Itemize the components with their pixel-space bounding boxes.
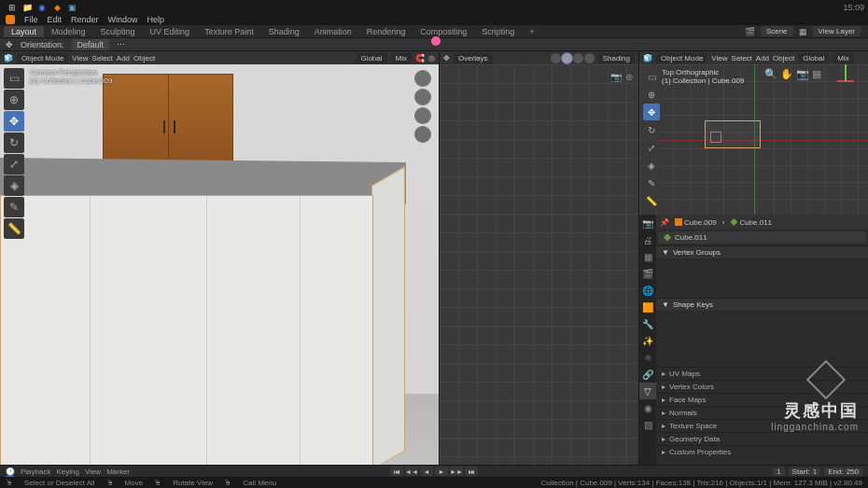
shape-keys-header[interactable]: ▼ Shape Keys <box>656 298 868 311</box>
timeline-playback[interactable]: Playback <box>21 467 50 476</box>
particles-tab-icon[interactable]: ✨ <box>639 332 656 349</box>
start-frame-field[interactable]: Start:1 <box>789 467 821 476</box>
select-tool-r[interactable]: ▭ <box>643 68 660 85</box>
viewlayer-tab-icon[interactable]: ▦ <box>639 248 656 265</box>
ortho-icon[interactable] <box>414 126 431 143</box>
render-tab-icon[interactable]: 📷 <box>639 215 656 231</box>
timeline-editor-icon[interactable]: 🕐 <box>6 467 15 476</box>
scene-field[interactable]: Scene <box>761 26 793 36</box>
scene-icon[interactable]: 🎬 <box>745 27 755 36</box>
scene-tab-icon[interactable]: 🎬 <box>639 265 656 282</box>
cursor-tool[interactable]: ⊕ <box>4 90 24 110</box>
editor-type-icon[interactable]: 🧊 <box>4 54 13 63</box>
wireframe-shading[interactable] <box>551 53 561 63</box>
axis-gizmo[interactable] <box>829 64 862 98</box>
rotate-tool[interactable]: ↻ <box>4 132 24 153</box>
physics-tab-icon[interactable]: ⚛ <box>639 349 656 366</box>
camera-view-icon[interactable]: 📷 <box>610 72 622 82</box>
tab-layout[interactable]: Layout <box>4 26 44 37</box>
geometry-data-header[interactable]: ▸ Geometry Data <box>656 432 868 445</box>
orientation-dropdown[interactable]: Default <box>72 39 110 50</box>
snap-icon[interactable]: 🧲 <box>415 54 425 63</box>
vpr-menu-view[interactable]: View <box>711 54 727 63</box>
object-tab-icon[interactable]: 🟧 <box>639 299 656 315</box>
solid-shading[interactable] <box>562 53 572 63</box>
current-frame-field[interactable]: 1 <box>773 467 784 476</box>
viewlayer-icon[interactable]: ▦ <box>799 27 807 36</box>
tab-scripting[interactable]: Scripting <box>474 26 522 37</box>
viewport-middle[interactable]: ✥ Overlays Shading 📷 ⊕ <box>439 51 638 478</box>
timeline-marker[interactable]: Marker <box>106 467 130 476</box>
chrome-icon[interactable]: ◉ <box>37 3 47 12</box>
mode-dropdown[interactable]: Object Mode <box>17 53 68 63</box>
breadcrumb-mesh[interactable]: Cube.011 <box>730 218 772 227</box>
end-frame-field[interactable]: End:250 <box>824 467 862 476</box>
select-box-tool[interactable]: ▭ <box>4 68 24 89</box>
jump-start-icon[interactable]: ⏮ <box>390 467 403 476</box>
pivot-icon[interactable]: ✥ <box>6 40 13 49</box>
menu-file[interactable]: File <box>21 15 42 24</box>
vp-menu-object[interactable]: Object <box>133 54 155 63</box>
viewport-left[interactable]: 🧊 Object Mode View Select Add Object Glo… <box>0 51 439 478</box>
vp-menu-view[interactable]: View <box>72 54 88 63</box>
camera-object-icon[interactable] <box>710 132 721 143</box>
nav-gizmo-icon[interactable]: ⊕ <box>625 72 633 82</box>
move-tool[interactable]: ✥ <box>4 111 24 132</box>
viewport-right[interactable]: 🧊 Object Mode View Select Add Object Glo… <box>639 51 868 215</box>
y-axis-icon[interactable] <box>845 64 847 81</box>
shading-dropdown[interactable]: Shading <box>598 53 635 63</box>
measure-tool-r[interactable]: 📏 <box>643 192 660 209</box>
tab-rendering[interactable]: Rendering <box>359 26 413 37</box>
zoom-icon-r[interactable]: 🔍 <box>764 68 777 80</box>
modifier-tab-icon[interactable]: 🔧 <box>639 315 656 332</box>
blender-logo-icon[interactable] <box>6 15 15 24</box>
constraint-tab-icon[interactable]: 🔗 <box>639 366 656 383</box>
material-shading[interactable] <box>573 53 583 63</box>
cursor-tool-r[interactable]: ⊕ <box>643 86 660 103</box>
vpr-menu-add[interactable]: Add <box>756 54 769 63</box>
mix-dropdown-r[interactable]: Mix <box>833 53 853 63</box>
viewlayer-field[interactable]: View Layer <box>813 26 861 36</box>
pin-icon[interactable]: 📌 <box>660 218 669 227</box>
tab-add[interactable]: + <box>522 26 541 37</box>
rotate-tool-r[interactable]: ↻ <box>643 121 660 138</box>
material-tab-icon[interactable]: ◉ <box>639 399 656 416</box>
move-tool-r[interactable]: ✥ <box>643 104 660 120</box>
annotate-tool[interactable]: ✎ <box>4 197 24 217</box>
tab-compositing[interactable]: Compositing <box>413 26 474 37</box>
rendered-shading[interactable] <box>584 53 595 63</box>
menu-window[interactable]: Window <box>105 15 142 24</box>
vpr-menu-select[interactable]: Select <box>732 54 752 63</box>
tab-texture-paint[interactable]: Texture Paint <box>197 26 261 37</box>
camera-icon-r[interactable]: 📷 <box>796 68 809 80</box>
measure-tool[interactable]: 📏 <box>4 218 24 239</box>
world-tab-icon[interactable]: 🌐 <box>639 282 656 299</box>
tab-modeling[interactable]: Modeling <box>44 26 93 37</box>
tab-uv-editing[interactable]: UV Editing <box>143 26 198 37</box>
orientation-expand-icon[interactable]: ⋯ <box>117 40 125 49</box>
snap-dropdown[interactable]: Mix <box>391 53 412 63</box>
pan-icon-r[interactable]: ✋ <box>780 68 793 80</box>
ortho-icon-r[interactable]: ▦ <box>812 68 821 80</box>
editor-type-icon[interactable]: 🧊 <box>643 54 652 63</box>
camera-icon[interactable] <box>414 107 431 124</box>
pan-icon[interactable] <box>414 89 431 105</box>
global-dropdown-r[interactable]: Global <box>798 53 829 63</box>
proportional-icon[interactable]: ◎ <box>428 54 435 63</box>
overlays-dropdown[interactable]: Overlays <box>454 53 493 63</box>
gizmo-toggle-icon[interactable]: ✥ <box>443 54 450 63</box>
play-icon[interactable]: ► <box>435 467 448 476</box>
vp-menu-select[interactable]: Select <box>92 54 113 63</box>
output-tab-icon[interactable]: 🖨 <box>639 231 656 248</box>
transform-tool[interactable]: ◈ <box>4 175 24 196</box>
play-reverse-icon[interactable]: ◄ <box>420 467 433 476</box>
vertex-groups-header[interactable]: ▼ Vertex Groups <box>656 245 868 258</box>
zoom-icon[interactable] <box>414 70 431 87</box>
viewport-grid[interactable] <box>440 64 638 478</box>
breadcrumb-object[interactable]: Cube.009 <box>675 218 717 227</box>
mesh-name-field[interactable]: Cube.011 <box>658 231 866 244</box>
prev-keyframe-icon[interactable]: ◄◄ <box>405 467 418 476</box>
folder-icon[interactable]: 📁 <box>22 3 32 12</box>
jump-end-icon[interactable]: ⏭ <box>465 467 478 476</box>
transform-tool-r[interactable]: ◈ <box>643 157 660 174</box>
